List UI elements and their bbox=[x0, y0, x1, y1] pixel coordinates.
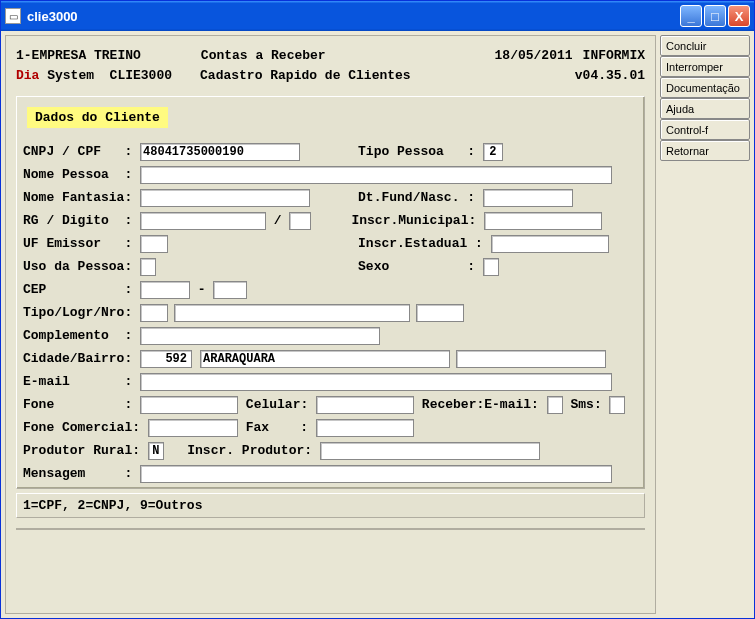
sys-prefix: Dia bbox=[16, 66, 39, 86]
sys-suffix: System CLIE3000 bbox=[39, 66, 172, 86]
fone-com-label: Fone Comercial: bbox=[23, 420, 148, 435]
main-panel: 1-EMPRESA TREINO Contas a Receber 18/05/… bbox=[5, 35, 656, 614]
interromper-button[interactable]: Interromper bbox=[660, 56, 750, 77]
nome-fantasia-label: Nome Fantasia: bbox=[23, 190, 140, 205]
cep-b-input[interactable] bbox=[213, 281, 247, 299]
tipo-c-input[interactable] bbox=[416, 304, 464, 322]
app-window: ▭ clie3000 _ □ X 1-EMPRESA TREINO Contas… bbox=[0, 0, 755, 619]
fax-input[interactable] bbox=[316, 419, 414, 437]
version-label: v04.35.01 bbox=[575, 66, 645, 86]
titlebar: ▭ clie3000 _ □ X bbox=[1, 1, 754, 31]
nome-fantasia-input[interactable] bbox=[140, 189, 310, 207]
mensagem-label: Mensagem : bbox=[23, 466, 140, 481]
email-label: E-mail : bbox=[23, 374, 140, 389]
cidade-cod-input[interactable] bbox=[140, 350, 192, 368]
sexo-label: Sexo : bbox=[358, 259, 483, 274]
header-block: 1-EMPRESA TREINO Contas a Receber 18/05/… bbox=[16, 46, 645, 86]
inscr-estadual-input[interactable] bbox=[491, 235, 609, 253]
date-label: 18/05/2011 bbox=[495, 46, 583, 66]
complemento-input[interactable] bbox=[140, 327, 380, 345]
cep-label: CEP : bbox=[23, 282, 140, 297]
nome-pessoa-input[interactable] bbox=[140, 166, 612, 184]
mensagem-input[interactable] bbox=[140, 465, 612, 483]
window-title: clie3000 bbox=[27, 9, 680, 24]
nome-pessoa-label: Nome Pessoa : bbox=[23, 167, 140, 182]
uso-pessoa-input[interactable] bbox=[140, 258, 156, 276]
tipo-log-label: Tipo/Logr/Nro: bbox=[23, 305, 140, 320]
section-title: Dados do Cliente bbox=[27, 107, 168, 128]
inscr-municipal-label: Inscr.Municipal: bbox=[351, 213, 484, 228]
cnpj-cpf-input[interactable] bbox=[140, 143, 300, 161]
sms-label: Sms: bbox=[563, 397, 610, 412]
uf-emissor-input[interactable] bbox=[140, 235, 168, 253]
documentacao-button[interactable]: Documentação bbox=[660, 77, 750, 98]
module-label: Contas a Receber bbox=[141, 46, 495, 66]
complemento-label: Complemento : bbox=[23, 328, 140, 343]
produtor-input[interactable] bbox=[148, 442, 164, 460]
side-button-bar: Concluir Interromper Documentação Ajuda … bbox=[660, 35, 750, 614]
subtitle-label: Cadastro Rapido de Clientes bbox=[172, 66, 575, 86]
celular-label: Celular: bbox=[238, 397, 316, 412]
tipo-b-input[interactable] bbox=[174, 304, 410, 322]
minimize-button[interactable]: _ bbox=[680, 5, 702, 27]
concluir-button[interactable]: Concluir bbox=[660, 35, 750, 56]
rg-label: RG / Digito : bbox=[23, 213, 140, 228]
inscr-estadual-label: Inscr.Estadual : bbox=[358, 236, 491, 251]
cidade-nome-input[interactable] bbox=[200, 350, 450, 368]
sms-input[interactable] bbox=[609, 396, 625, 414]
email-input[interactable] bbox=[140, 373, 612, 391]
produtor-label: Produtor Rural: bbox=[23, 443, 148, 458]
tipo-pessoa-label: Tipo Pessoa : bbox=[358, 144, 483, 159]
receber-email-input[interactable] bbox=[547, 396, 563, 414]
fone-label: Fone : bbox=[23, 397, 140, 412]
tipo-pessoa-input[interactable] bbox=[483, 143, 503, 161]
company-label: 1-EMPRESA TREINO bbox=[16, 46, 141, 66]
inscr-produtor-input[interactable] bbox=[320, 442, 540, 460]
celular-input[interactable] bbox=[316, 396, 414, 414]
control-f-button[interactable]: Control-f bbox=[660, 119, 750, 140]
fax-label: Fax : bbox=[238, 420, 316, 435]
sexo-input[interactable] bbox=[483, 258, 499, 276]
cnpj-cpf-label: CNPJ / CPF : bbox=[23, 144, 140, 159]
cep-a-input[interactable] bbox=[140, 281, 190, 299]
inscr-produtor-label: Inscr. Produtor: bbox=[164, 443, 320, 458]
maximize-button[interactable]: □ bbox=[704, 5, 726, 27]
form-area: Dados do Cliente CNPJ / CPF : Tipo Pesso… bbox=[16, 96, 645, 489]
fone-input[interactable] bbox=[140, 396, 238, 414]
status-bar: 1=CPF, 2=CNPJ, 9=Outros bbox=[16, 493, 645, 518]
cidade-bairro-label: Cidade/Bairro: bbox=[23, 351, 140, 366]
fone-com-input[interactable] bbox=[148, 419, 238, 437]
db-label: INFORMIX bbox=[583, 46, 645, 66]
tipo-a-input[interactable] bbox=[140, 304, 168, 322]
ajuda-button[interactable]: Ajuda bbox=[660, 98, 750, 119]
uso-pessoa-label: Uso da Pessoa: bbox=[23, 259, 140, 274]
digito-input[interactable] bbox=[289, 212, 311, 230]
dt-fund-input[interactable] bbox=[483, 189, 573, 207]
rg-input[interactable] bbox=[140, 212, 266, 230]
dt-fund-label: Dt.Fund/Nasc. : bbox=[358, 190, 483, 205]
bairro-input[interactable] bbox=[456, 350, 606, 368]
inscr-municipal-input[interactable] bbox=[484, 212, 602, 230]
close-button[interactable]: X bbox=[728, 5, 750, 27]
app-icon: ▭ bbox=[5, 8, 21, 24]
uf-emissor-label: UF Emissor : bbox=[23, 236, 140, 251]
retornar-button[interactable]: Retornar bbox=[660, 140, 750, 161]
receber-email-label: Receber:E-mail: bbox=[414, 397, 547, 412]
